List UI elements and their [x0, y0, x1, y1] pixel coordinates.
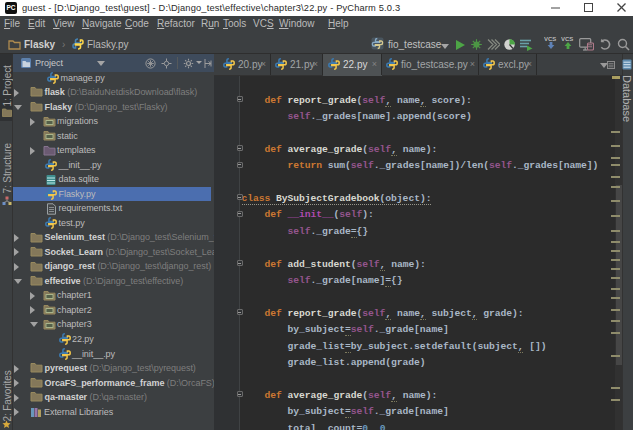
svg-text:VCS: VCS [561, 36, 573, 42]
svg-text:VCS: VCS [544, 36, 556, 42]
